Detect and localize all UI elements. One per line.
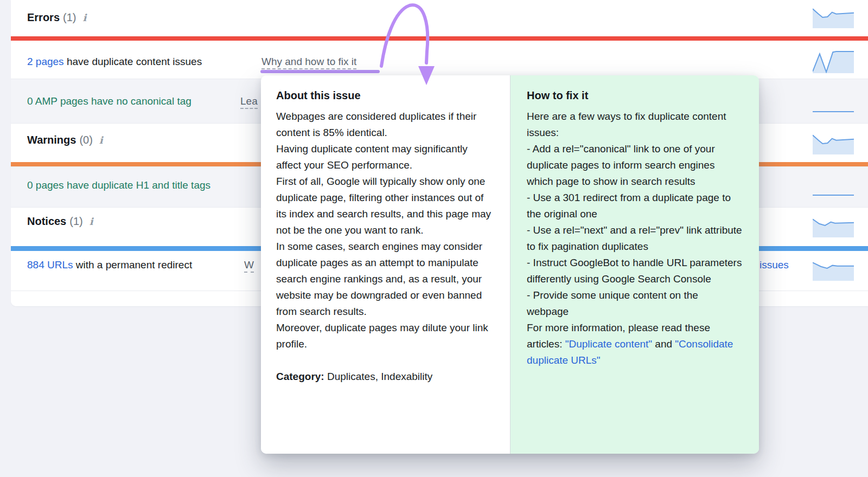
redirect-why-link-wrap: W	[244, 259, 254, 271]
about-issue-heading: About this issue	[276, 89, 495, 102]
category-value: Duplicates, Indexability	[324, 371, 433, 382]
errors-section-header: Errors(1)i	[11, 0, 868, 36]
about-paragraph: Moreover, duplicate pages may dilute you…	[276, 320, 495, 352]
sparkline-amp	[813, 100, 854, 123]
category-line: Category: Duplicates, Indexability	[276, 369, 495, 385]
fix-intro: Here are a few ways to fix duplicate con…	[527, 108, 743, 141]
amp-learn-link-wrap: Lea	[240, 95, 258, 107]
sparkline-duplicate-content	[813, 50, 854, 73]
redirect-text: with a permanent redirect	[73, 259, 193, 270]
notices-section-title: Notices(1)i	[27, 215, 93, 228]
about-paragraph: In some cases, search engines may consid…	[276, 238, 495, 320]
duplicate-content-text: have duplicate content issues	[64, 56, 202, 67]
sparkline-notices-header	[813, 215, 854, 237]
sparkline-duplicate-h1	[813, 184, 854, 207]
notices-count: (1)	[69, 215, 82, 227]
issue-row-duplicate-content-text: 2 pages have duplicate content issues	[27, 56, 202, 68]
about-paragraph: Having duplicate content may significant…	[276, 141, 495, 173]
how-to-fix-heading: How to fix it	[527, 89, 743, 102]
amp-learn-link-partial[interactable]: Lea	[240, 95, 258, 109]
errors-count: (1)	[63, 11, 76, 23]
about-paragraph: Webpages are considered duplicates if th…	[276, 108, 495, 141]
notices-title-text: Notices	[27, 215, 66, 227]
notices-info-icon[interactable]: i	[90, 216, 93, 227]
why-how-to-fix-link[interactable]: Why and how to fix it	[261, 56, 356, 69]
about-this-issue-panel: About this issue Webpages are considered…	[261, 75, 510, 454]
sparkline-errors-header	[813, 5, 854, 28]
redirect-issues-link-partial[interactable]: issues	[760, 259, 789, 270]
warnings-info-icon[interactable]: i	[99, 134, 103, 146]
warnings-section-title: Warnings(0)i	[27, 134, 103, 146]
sparkline-redirect	[813, 258, 854, 281]
how-to-fix-panel: How to fix it Here are a few ways to fix…	[510, 75, 759, 454]
fix-item: - Provide some unique content on the web…	[527, 287, 743, 320]
fix-item: - Use a rel="next" and a rel="prev" link…	[527, 222, 743, 255]
duplicate-content-article-link[interactable]: "Duplicate content"	[565, 338, 652, 350]
redirect-issues-link-wrap: issues	[760, 259, 789, 271]
errors-title-text: Errors	[27, 11, 60, 23]
link-hover-highlight	[260, 70, 380, 73]
errors-severity-bar	[11, 36, 868, 41]
errors-info-icon[interactable]: i	[82, 12, 86, 23]
issue-row-duplicate-content: 2 pages have duplicate content issues Wh…	[11, 41, 868, 79]
fix-more-and: and	[652, 338, 675, 350]
warnings-title-text: Warnings	[27, 134, 76, 146]
amp-canonical-text: 0 AMP pages have no canonical tag	[27, 95, 192, 107]
redirect-why-link-partial[interactable]: W	[244, 259, 254, 273]
category-label: Category:	[276, 371, 324, 382]
about-paragraph: First of all, Google will typically show…	[276, 173, 495, 238]
fix-item: - Add a rel="canonical" link to one of y…	[527, 141, 743, 190]
errors-section-title: Errors(1)i	[27, 11, 86, 24]
site-audit-screen: Errors(1)i 2 pages have duplicate conten…	[0, 0, 868, 477]
warnings-count: (0)	[79, 134, 92, 146]
issue-tooltip-popup: About this issue Webpages are considered…	[261, 75, 759, 454]
redirect-row-text: 884 URLs with a permanent redirect	[27, 259, 192, 271]
sparkline-warnings-header	[813, 132, 854, 154]
redirect-count-link[interactable]: 884 URLs	[27, 259, 73, 270]
fix-item: - Use a 301 redirect from a duplicate pa…	[527, 190, 743, 222]
duplicate-content-count-link[interactable]: 2 pages	[27, 56, 64, 67]
fix-item: - Instruct GoogleBot to handle URL param…	[527, 255, 743, 287]
why-how-to-fix-link-wrap: Why and how to fix it	[261, 56, 356, 68]
duplicate-h1-text: 0 pages have duplicate H1 and title tags	[27, 179, 210, 191]
fix-more-info: For more information, please read these …	[527, 320, 743, 369]
